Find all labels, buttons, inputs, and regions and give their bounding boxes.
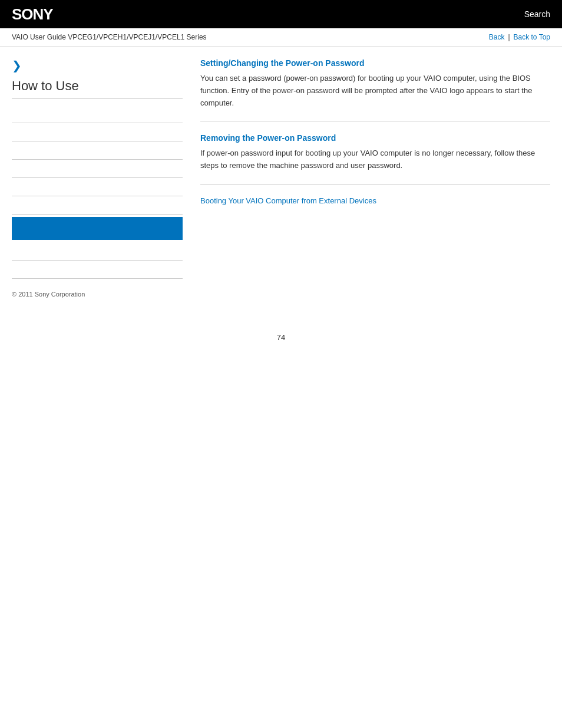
content-area: Setting/Changing the Power-on Password Y… — [194, 58, 550, 298]
breadcrumb-bar: VAIO User Guide VPCEG1/VPCEH1/VPCEJ1/VPC… — [0, 28, 562, 47]
main-content: ❯ How to Use © 2011 Sony Corporation Set… — [0, 47, 562, 309]
section-body-removing-password: If power-on password input for booting u… — [200, 147, 550, 172]
back-to-top-link[interactable]: Back to Top — [514, 33, 550, 41]
back-link[interactable]: Back — [489, 33, 505, 41]
page-number: 74 — [0, 333, 562, 342]
section-title-booting[interactable]: Booting Your VAIO Computer from External… — [200, 196, 550, 205]
section-title-removing-password[interactable]: Removing the Power-on Password — [200, 133, 550, 143]
sidebar-title: How to Use — [12, 78, 183, 99]
sidebar-item-active[interactable] — [12, 217, 183, 240]
search-button[interactable]: Search — [524, 9, 550, 19]
guide-title: VAIO User Guide VPCEG1/VPCEH1/VPCEJ1/VPC… — [12, 33, 207, 41]
section-body-setting-password: You can set a password (power-on passwor… — [200, 73, 550, 109]
section-booting: Booting Your VAIO Computer from External… — [200, 196, 550, 217]
sidebar-item-6[interactable] — [12, 196, 183, 215]
sidebar-item-1[interactable] — [12, 105, 183, 123]
copyright: © 2011 Sony Corporation — [12, 291, 183, 298]
nav-separator: | — [508, 33, 510, 41]
expand-icon[interactable]: ❯ — [12, 58, 183, 73]
sidebar-item-2[interactable] — [12, 123, 183, 141]
section-setting-password: Setting/Changing the Power-on Password Y… — [200, 58, 550, 121]
sidebar-item-4[interactable] — [12, 160, 183, 178]
sidebar: ❯ How to Use © 2011 Sony Corporation — [12, 58, 183, 298]
sidebar-item-3[interactable] — [12, 141, 183, 160]
sony-logo: SONY — [12, 5, 53, 24]
header: SONY Search — [0, 0, 562, 28]
sidebar-item-8[interactable] — [12, 261, 183, 279]
section-title-setting-password[interactable]: Setting/Changing the Power-on Password — [200, 58, 550, 68]
sidebar-item-5[interactable] — [12, 178, 183, 196]
nav-links: Back | Back to Top — [489, 33, 550, 41]
section-removing-password: Removing the Power-on Password If power-… — [200, 133, 550, 185]
sidebar-item-7[interactable] — [12, 242, 183, 261]
